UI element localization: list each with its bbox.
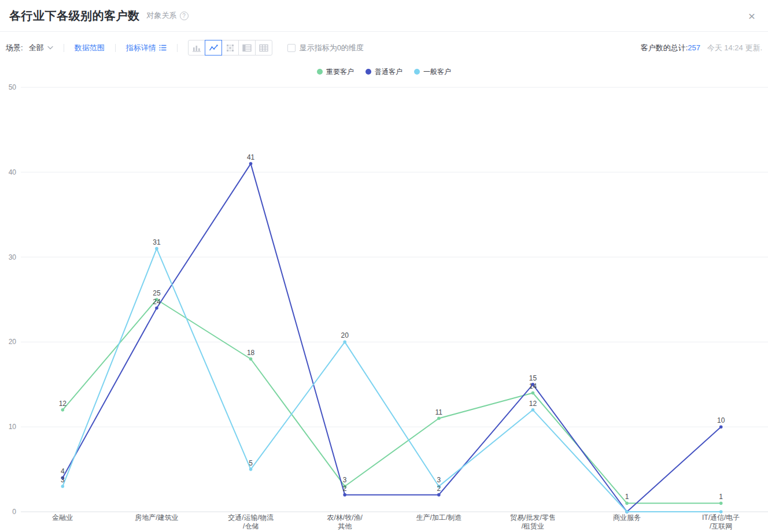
series-line (62, 249, 721, 512)
data-point-label: 24 (153, 298, 161, 306)
x-axis-labels: 金融业房地产/建筑业交通/运输/物流/仓储农/林/牧/渔/其他生产/加工/制造贸… (51, 513, 740, 530)
data-point-label: 41 (247, 153, 255, 161)
legend-dot-icon (414, 69, 420, 75)
legend-label: 一般客户 (423, 67, 451, 77)
data-point[interactable] (437, 417, 441, 420)
chart-legend: 重要客户普通客户一般客户 (0, 64, 768, 80)
help-circle-icon[interactable]: ? (180, 12, 189, 20)
close-icon[interactable]: × (745, 9, 759, 23)
data-range-link[interactable]: 数据范围 (75, 43, 105, 53)
metric-detail-label: 指标详情 (126, 43, 156, 53)
series-labels-1: 42441221510 (61, 153, 725, 493)
data-point-label: 14 (529, 382, 537, 390)
data-point[interactable] (719, 425, 723, 428)
data-point-label: 3 (343, 476, 347, 484)
legend-dot-icon (317, 69, 323, 75)
y-tick-label: 50 (9, 83, 17, 91)
crosstab-button[interactable] (238, 40, 256, 56)
data-point[interactable] (343, 341, 346, 344)
x-category-label: 贸易/批发/零售/租赁业 (510, 513, 556, 530)
series-labels-0: 1225183111411 (59, 289, 723, 501)
series-0 (61, 298, 723, 505)
data-point-label: 3 (437, 476, 441, 484)
data-point-label: 12 (59, 400, 67, 408)
data-point-label: 11 (435, 408, 443, 416)
crosstab-icon (242, 44, 252, 52)
data-point-label: 1 (625, 493, 629, 501)
chevron-down-icon (47, 46, 53, 50)
data-point[interactable] (531, 408, 535, 412)
data-point-label: 3 (61, 476, 65, 484)
table-icon (259, 44, 268, 52)
legend-item[interactable]: 重要客户 (317, 67, 354, 77)
y-tick-label: 0 (12, 508, 16, 516)
customer-count-line-chart[interactable]: 01020304050金融业房地产/建筑业交通/运输/物流/仓储农/林/牧/渔/… (0, 80, 768, 532)
legend-item[interactable]: 一般客户 (414, 67, 451, 77)
series-1 (61, 162, 723, 513)
chart-area: 01020304050金融业房地产/建筑业交通/运输/物流/仓储农/林/牧/渔/… (0, 80, 768, 532)
bar-chart-button[interactable] (188, 40, 205, 56)
summary-total[interactable]: 257 (688, 43, 700, 52)
summary: 客户数的总计:257 今天 14:24 更新. (641, 43, 762, 53)
data-point-label: 31 (153, 238, 161, 246)
data-point[interactable] (343, 493, 346, 497)
show-zero-checkbox-wrap[interactable]: 显示指标为0的维度 (287, 43, 364, 53)
data-point-label: 12 (529, 400, 537, 408)
data-point-label: 2 (343, 485, 347, 493)
data-point[interactable] (249, 468, 253, 471)
series-labels-2: 331520312 (61, 238, 537, 484)
bar-chart-icon (192, 44, 201, 52)
y-tick-label: 30 (9, 253, 17, 261)
data-point[interactable] (531, 391, 535, 395)
data-point[interactable] (719, 510, 723, 513)
y-tick-label: 20 (9, 338, 17, 346)
data-point[interactable] (249, 162, 253, 165)
x-category-label: 交通/运输/物流/仓储 (228, 513, 274, 530)
metric-detail-link[interactable]: 指标详情 (126, 43, 167, 53)
data-point[interactable] (155, 306, 158, 310)
series-line (62, 300, 721, 503)
y-tick-label: 40 (9, 168, 17, 176)
legend-item[interactable]: 普通客户 (365, 67, 403, 77)
gridlines (21, 87, 768, 512)
summary-prefix: 客户数的总计: (641, 43, 688, 52)
data-point[interactable] (61, 485, 65, 488)
data-point-label: 20 (341, 331, 349, 339)
data-point[interactable] (437, 493, 441, 497)
page-title: 各行业下各级别的客户数 (9, 8, 140, 24)
data-point[interactable] (625, 510, 629, 513)
line-chart-icon (209, 44, 218, 52)
x-category-label: IT/通信/电子/互联网 (702, 513, 740, 530)
report-modal: 各行业下各级别的客户数 对象关系 ? × 场景: 全部 数据范围 指标详情 (0, 0, 768, 532)
show-zero-label: 显示指标为0的维度 (300, 43, 364, 53)
data-point-label: 25 (153, 289, 161, 297)
data-point[interactable] (625, 502, 629, 505)
legend-dot-icon (365, 69, 371, 75)
series-2 (61, 247, 723, 513)
title-row: 各行业下各级别的客户数 对象关系 ? × (0, 0, 768, 32)
x-category-label: 商业服务 (613, 513, 641, 522)
data-point[interactable] (249, 357, 253, 361)
x-category-label: 金融业 (51, 513, 73, 522)
data-point-label: 1 (719, 493, 723, 501)
data-point[interactable] (719, 502, 723, 505)
data-point-label: 18 (247, 349, 255, 357)
list-icon (159, 45, 167, 51)
data-point[interactable] (155, 247, 158, 250)
scene-label: 场景: (6, 43, 23, 53)
table-button[interactable] (255, 40, 272, 56)
scene-dropdown[interactable]: 场景: 全部 (6, 43, 53, 53)
divider (115, 44, 116, 52)
legend-label: 重要客户 (326, 67, 354, 77)
show-zero-checkbox[interactable] (287, 44, 296, 52)
relation-label-wrap: 对象关系 ? (147, 10, 189, 21)
chart-type-switcher (188, 40, 272, 56)
divider (64, 44, 64, 52)
data-point-label: 15 (529, 374, 537, 382)
data-point[interactable] (61, 408, 65, 412)
x-category-label: 农/林/牧/渔/其他 (327, 513, 363, 530)
line-chart-button[interactable] (205, 40, 222, 56)
heatmap-button[interactable] (221, 40, 239, 56)
x-category-label: 房地产/建筑业 (135, 513, 178, 522)
data-point-label: 4 (61, 467, 65, 475)
